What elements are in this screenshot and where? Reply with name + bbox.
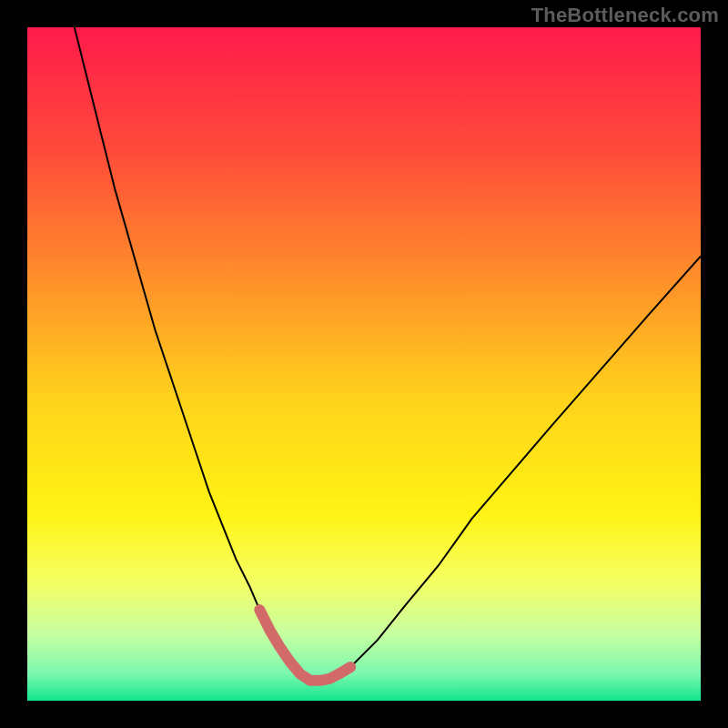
- chart-frame: TheBottleneck.com: [0, 0, 728, 728]
- plot-background: [27, 27, 701, 701]
- bottleneck-plot: [0, 0, 728, 728]
- attribution-label: TheBottleneck.com: [531, 4, 719, 27]
